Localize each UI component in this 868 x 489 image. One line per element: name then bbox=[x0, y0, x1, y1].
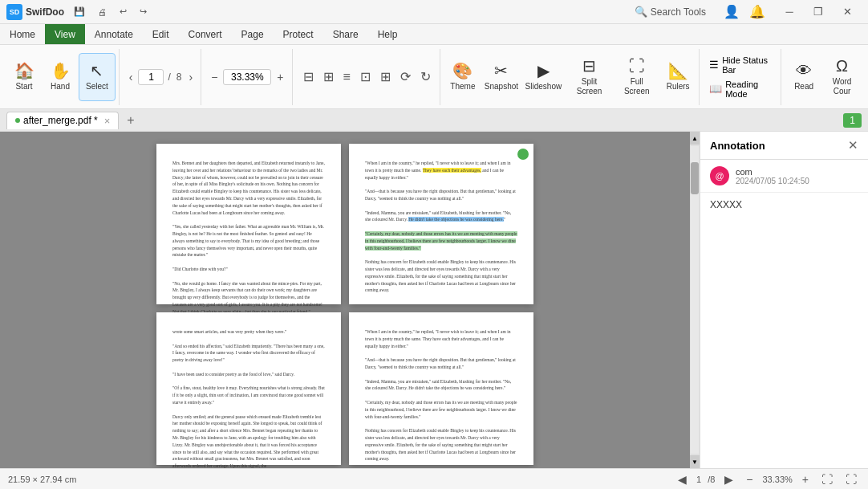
sub-view-1[interactable]: ⊟ bbox=[299, 66, 318, 88]
menu-edit[interactable]: Edit bbox=[143, 24, 179, 44]
scroll-track bbox=[691, 146, 699, 454]
account-button[interactable]: 👤 bbox=[720, 1, 743, 22]
split-screen-tool[interactable]: ⊟ Split Screen bbox=[566, 53, 614, 101]
search-tools-area[interactable]: 🔍 Search Tools bbox=[627, 6, 714, 18]
page-separator: / bbox=[168, 71, 170, 83]
hand-icon: ✋ bbox=[51, 63, 71, 79]
rulers-tool[interactable]: 📐 Rulers bbox=[660, 53, 696, 101]
file-tab-close[interactable]: × bbox=[104, 115, 111, 127]
status-nav-prev[interactable]: ◀ bbox=[675, 471, 690, 487]
start-tool[interactable]: 🏠 Start bbox=[6, 53, 42, 101]
menu-page[interactable]: Page bbox=[232, 24, 274, 44]
read-tool[interactable]: 👁 Read bbox=[786, 53, 821, 101]
full-screen-tool[interactable]: ⛶ Full Screen bbox=[614, 53, 659, 101]
start-label: Start bbox=[15, 82, 32, 92]
sub-rotate-left[interactable]: ⟳ bbox=[396, 66, 415, 88]
app-logo: SD SwifDoo bbox=[6, 4, 64, 20]
select-icon: ↖ bbox=[90, 63, 103, 79]
rulers-label: Rulers bbox=[667, 82, 690, 92]
nav-next-button[interactable]: › bbox=[186, 67, 197, 87]
slideshow-label: Slideshow bbox=[525, 82, 562, 92]
annotation-meta: @ com 2024/07/05 10:24:50 bbox=[700, 160, 868, 193]
nav-prev-button[interactable]: ‹ bbox=[126, 67, 136, 87]
theme-icon: 🎨 bbox=[452, 63, 473, 79]
theme-tool[interactable]: 🎨 Theme bbox=[445, 53, 481, 101]
status-fit-button[interactable]: ⛶ bbox=[818, 471, 836, 487]
doc-scrollbar[interactable]: ▲ ▼ bbox=[690, 132, 700, 468]
scroll-up-button[interactable]: ▲ bbox=[690, 132, 700, 145]
file-tab-dot bbox=[15, 118, 20, 123]
zoom-input[interactable] bbox=[223, 69, 271, 85]
status-fullscreen-button[interactable]: ⛶ bbox=[842, 471, 860, 487]
hide-status-bar-row[interactable]: ☰ Hide Status Bar bbox=[706, 54, 776, 76]
titlebar-left: SD SwifDoo 💾 🖨 ↩ ↪ bbox=[6, 4, 152, 20]
word-count-tool[interactable]: Ω Word Cour bbox=[822, 53, 862, 101]
save-button[interactable]: 💾 bbox=[69, 4, 90, 19]
doc-page-left-top: Mrs. Bennet and her daughters then depar… bbox=[156, 144, 341, 304]
search-tools-label: Search Tools bbox=[651, 6, 706, 18]
add-tab-button[interactable]: + bbox=[124, 113, 137, 128]
search-tools-icon: 🔍 bbox=[635, 6, 647, 18]
titlebar-controls: 💾 🖨 ↩ ↪ bbox=[69, 4, 152, 19]
hand-label: Hand bbox=[51, 82, 70, 92]
scroll-thumb[interactable] bbox=[691, 162, 699, 194]
page-number-input[interactable] bbox=[138, 69, 164, 85]
read-wordcount-group: 👁 Read Ω Word Cour bbox=[783, 49, 865, 105]
annotation-close-button[interactable]: ✕ bbox=[848, 138, 858, 153]
page-num-badge: 1 bbox=[843, 113, 862, 128]
page-row-top: Mrs. Bennet and her daughters then depar… bbox=[156, 144, 533, 304]
scroll-down-button[interactable]: ▼ bbox=[690, 455, 700, 468]
sub-view-4[interactable]: ⊡ bbox=[356, 66, 375, 88]
snapshot-icon: ✂ bbox=[494, 63, 508, 79]
zoom-out-button[interactable]: − bbox=[208, 67, 221, 87]
reading-mode-row[interactable]: 📖 Reading Mode bbox=[706, 78, 776, 100]
zoom-in-button[interactable]: + bbox=[274, 67, 286, 87]
doc-page-left-bottom: wrote some smart articles, and was very … bbox=[156, 312, 341, 465]
menu-share[interactable]: Share bbox=[323, 24, 368, 44]
annotation-date: 2024/07/05 10:24:50 bbox=[736, 177, 809, 185]
slideshow-tool[interactable]: ▶ Slideshow bbox=[522, 53, 565, 101]
page-row-bottom: wrote some smart articles, and was very … bbox=[156, 312, 533, 465]
split-screen-label: Split Screen bbox=[572, 77, 607, 96]
statusbar: 21.59 × 27.94 cm ◀ 1 /8 ▶ − 33.33% + ⛶ ⛶ bbox=[0, 468, 868, 489]
main-content: Mrs. Bennet and her daughters then depar… bbox=[0, 132, 868, 468]
annotation-title: Annotation bbox=[710, 140, 765, 152]
annotation-panel: Annotation ✕ @ com 2024/07/05 10:24:50 X… bbox=[700, 132, 868, 468]
sub-view-2[interactable]: ⊞ bbox=[319, 66, 338, 88]
status-zoom-out[interactable]: − bbox=[743, 471, 756, 487]
doc-dimensions: 21.59 × 27.94 cm bbox=[8, 475, 76, 484]
redo-button[interactable]: ↪ bbox=[135, 4, 152, 19]
close-button[interactable]: ✕ bbox=[833, 0, 862, 24]
print-button[interactable]: 🖨 bbox=[93, 5, 112, 19]
right-tools-group: ☰ Hide Status Bar 📖 Reading Mode bbox=[701, 49, 781, 105]
document-area[interactable]: Mrs. Bennet and her daughters then depar… bbox=[0, 132, 690, 468]
restore-button[interactable]: ❐ bbox=[804, 0, 833, 24]
sub-rotate-right[interactable]: ↻ bbox=[416, 66, 435, 88]
undo-button[interactable]: ↩ bbox=[115, 4, 132, 19]
minimize-button[interactable]: ─ bbox=[775, 0, 804, 24]
snapshot-label: Snapshot bbox=[485, 82, 518, 92]
app-name: SwifDoo bbox=[26, 6, 64, 18]
menu-protect[interactable]: Protect bbox=[274, 24, 323, 44]
split-screen-icon: ⊟ bbox=[582, 58, 596, 74]
status-zoom-in[interactable]: + bbox=[799, 471, 812, 487]
select-tool[interactable]: ↖ Select bbox=[79, 53, 116, 101]
sub-view-5[interactable]: ⊞ bbox=[376, 66, 395, 88]
word-count-label: Word Cour bbox=[829, 77, 855, 96]
menu-view[interactable]: View bbox=[45, 24, 85, 44]
zoom-group: − + bbox=[203, 49, 292, 105]
sub-view-3[interactable]: ≡ bbox=[339, 67, 355, 88]
menu-help[interactable]: Help bbox=[368, 24, 408, 44]
hand-tool[interactable]: ✋ Hand bbox=[43, 53, 78, 101]
status-total: /8 bbox=[708, 475, 715, 484]
view-tools-group: 🎨 Theme ✂ Snapshot ▶ Slideshow ⊟ Split S… bbox=[442, 49, 700, 105]
window-controls: ─ ❐ ✕ bbox=[775, 0, 862, 24]
menubar: Home View Annotate Edit Convert Page Pro… bbox=[0, 24, 868, 45]
status-nav-next[interactable]: ▶ bbox=[721, 471, 736, 487]
bell-button[interactable]: 🔔 bbox=[746, 1, 769, 22]
snapshot-tool[interactable]: ✂ Snapshot bbox=[481, 53, 521, 101]
menu-annotate[interactable]: Annotate bbox=[85, 24, 143, 44]
menu-convert[interactable]: Convert bbox=[179, 24, 232, 44]
file-tab[interactable]: after_merge.pdf * × bbox=[6, 112, 119, 129]
menu-home[interactable]: Home bbox=[0, 24, 45, 44]
